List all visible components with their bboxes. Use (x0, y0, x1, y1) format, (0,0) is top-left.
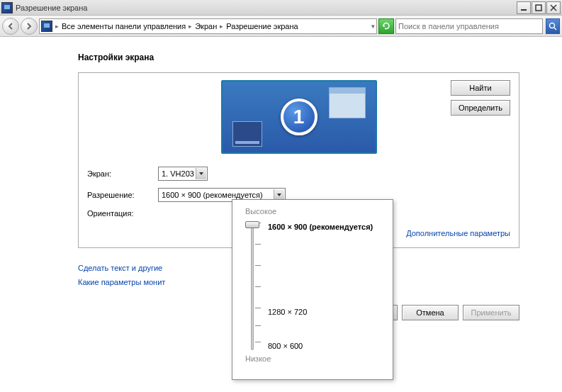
chevron-down-icon[interactable]: ▾ (371, 23, 375, 30)
chevron-down-icon (196, 168, 206, 179)
search-input[interactable] (398, 22, 540, 30)
resolution-value: 1600 × 900 (рекомендуется) (162, 191, 263, 199)
search-box[interactable] (395, 18, 543, 34)
text-size-link[interactable]: Сделать текст и другие (78, 264, 162, 272)
detect-button[interactable]: Найти (451, 80, 510, 96)
monitor-number-badge: 1 (281, 99, 317, 135)
resolution-option[interactable]: 1280 × 720 (268, 308, 307, 316)
monitor-params-link[interactable]: Какие параметры монит (78, 278, 165, 286)
preview-window-icon (329, 87, 366, 118)
title-bar: Разрешение экрана (0, 0, 562, 16)
resolution-label: Разрешение: (87, 191, 158, 199)
orientation-label: Ориентация: (87, 209, 158, 218)
apply-button[interactable]: Применить (463, 305, 519, 320)
slider-low-label: Низкое (245, 354, 384, 363)
maximize-button[interactable] (532, 1, 546, 14)
display-value: 1. VH203 (162, 169, 194, 178)
svg-point-4 (550, 23, 555, 28)
breadcrumb-item[interactable]: Экран (195, 22, 217, 30)
refresh-button[interactable] (378, 18, 394, 34)
display-select[interactable]: 1. VH203 (158, 167, 208, 181)
advanced-settings-link[interactable]: Дополнительные параметры (406, 229, 510, 237)
window-title: Разрешение экрана (16, 4, 87, 12)
control-panel-icon (41, 21, 52, 32)
preview-window-icon (232, 121, 262, 147)
forward-button[interactable] (21, 18, 38, 35)
app-icon (1, 2, 13, 13)
breadcrumb-item[interactable]: Разрешение экрана (226, 22, 298, 30)
page-heading: Настройки экрана (78, 52, 519, 62)
nav-toolbar: ▸ Все элементы панели управления ▸ Экран… (0, 16, 562, 37)
chevron-right-icon: ▸ (220, 23, 223, 30)
resolution-slider[interactable] (245, 223, 259, 350)
slider-labels: 1600 × 900 (рекомендуется)1280 × 720800 … (268, 223, 384, 350)
display-label: Экран: (87, 169, 158, 178)
close-button[interactable] (546, 1, 561, 14)
breadcrumb-item[interactable]: Все элементы панели управления (62, 22, 186, 30)
svg-rect-1 (536, 5, 541, 11)
resolution-popup: Высокое 1600 × 900 (рекомендуется)1280 ×… (232, 199, 393, 380)
monitor-preview[interactable]: 1 (221, 80, 377, 154)
resolution-option[interactable]: 1600 × 900 (рекомендуется) (268, 223, 373, 231)
cancel-button[interactable]: Отмена (402, 305, 459, 320)
slider-thumb[interactable] (245, 221, 259, 228)
chevron-right-icon: ▸ (55, 23, 59, 30)
chevron-right-icon: ▸ (189, 23, 192, 30)
back-button[interactable] (2, 18, 19, 35)
identify-button[interactable]: Определить (451, 100, 510, 116)
slider-high-label: Высокое (245, 207, 384, 215)
resolution-option[interactable]: 800 × 600 (268, 342, 303, 350)
svg-line-5 (554, 28, 556, 30)
minimize-button[interactable] (517, 1, 531, 14)
breadcrumb[interactable]: ▸ Все элементы панели управления ▸ Экран… (39, 18, 377, 34)
search-button[interactable] (546, 18, 560, 34)
